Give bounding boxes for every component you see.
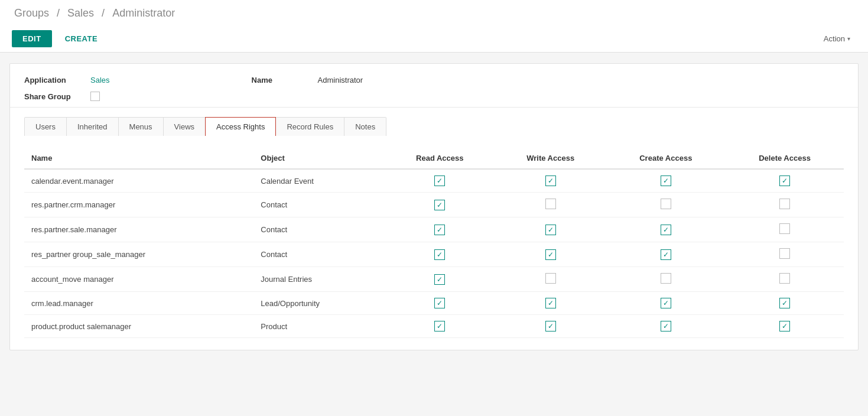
name-label: Name xyxy=(252,76,311,84)
row-object: Lead/Opportunity xyxy=(253,292,384,315)
check-checked-icon: ✓ xyxy=(434,298,445,308)
row-name: crm.lead.manager xyxy=(24,292,253,315)
check-checked-icon: ✓ xyxy=(545,321,556,332)
check-empty-icon xyxy=(779,199,790,209)
table-row: product.product salemanagerProduct✓✓✓✓ xyxy=(24,315,844,338)
check-checked-icon: ✓ xyxy=(779,321,790,332)
table-row: res_partner group_sale_managerContact✓✓✓ xyxy=(24,242,844,267)
access-cell[interactable]: ✓ xyxy=(606,315,726,338)
tab-record-rules[interactable]: Record Rules xyxy=(275,117,344,136)
row-name: res_partner group_sale_manager xyxy=(24,242,253,267)
row-object: Contact xyxy=(253,217,384,242)
access-cell[interactable]: ✓ xyxy=(385,217,495,242)
edit-button[interactable]: EDIT xyxy=(12,30,52,47)
access-rights-table: Name Object Read Access Write Access Cre… xyxy=(24,148,844,338)
col-write-access: Write Access xyxy=(495,148,606,169)
access-cell[interactable]: ✓ xyxy=(606,292,726,315)
tab-users[interactable]: Users xyxy=(24,117,67,136)
access-cell[interactable]: ✓ xyxy=(726,292,844,315)
row-object: Contact xyxy=(253,242,384,267)
access-cell[interactable] xyxy=(495,267,606,292)
access-cell[interactable]: ✓ xyxy=(385,267,495,292)
tab-views[interactable]: Views xyxy=(163,117,206,136)
access-cell[interactable]: ✓ xyxy=(726,169,844,193)
col-object: Object xyxy=(253,148,384,169)
check-checked-icon: ✓ xyxy=(545,249,556,260)
share-group-label: Share Group xyxy=(24,92,83,101)
breadcrumb-sales[interactable]: Sales xyxy=(67,7,94,19)
check-checked-icon: ✓ xyxy=(545,298,556,308)
access-cell[interactable]: ✓ xyxy=(606,242,726,267)
check-checked-icon: ✓ xyxy=(661,249,671,260)
table-row: res.partner.crm.managerContact✓ xyxy=(24,193,844,217)
access-cell[interactable] xyxy=(606,267,726,292)
col-read-access: Read Access xyxy=(385,148,495,169)
check-empty-icon xyxy=(779,273,790,284)
table-row: calendar.event.managerCalendar Event✓✓✓✓ xyxy=(24,169,844,193)
access-cell[interactable]: ✓ xyxy=(385,193,495,217)
row-object: Product xyxy=(253,315,384,338)
check-checked-icon: ✓ xyxy=(779,176,790,186)
row-name: product.product salemanager xyxy=(24,315,253,338)
access-cell[interactable]: ✓ xyxy=(385,292,495,315)
access-cell[interactable]: ✓ xyxy=(495,315,606,338)
row-name: calendar.event.manager xyxy=(24,169,253,193)
row-name: res.partner.crm.manager xyxy=(24,193,253,217)
check-checked-icon: ✓ xyxy=(661,225,671,235)
breadcrumb-sep-1: / xyxy=(57,7,63,19)
access-cell[interactable] xyxy=(726,193,844,217)
application-value: Sales xyxy=(90,76,110,84)
breadcrumb-administrator[interactable]: Administrator xyxy=(112,7,175,19)
access-cell[interactable]: ✓ xyxy=(495,169,606,193)
check-empty-icon xyxy=(779,223,790,234)
table-row: account_move managerJournal Entries✓ xyxy=(24,267,844,292)
tabs-bar: Users Inherited Menus Views Access Right… xyxy=(10,108,858,136)
share-group-checkbox[interactable] xyxy=(90,92,100,101)
access-cell[interactable] xyxy=(495,193,606,217)
col-name: Name xyxy=(24,148,253,169)
tab-notes[interactable]: Notes xyxy=(344,117,386,136)
row-name: account_move manager xyxy=(24,267,253,292)
col-create-access: Create Access xyxy=(606,148,726,169)
check-checked-icon: ✓ xyxy=(434,225,445,235)
access-cell[interactable] xyxy=(606,193,726,217)
check-empty-icon xyxy=(661,199,671,209)
action-button[interactable]: Action ▾ xyxy=(818,31,856,47)
check-empty-icon xyxy=(545,273,556,284)
access-cell[interactable]: ✓ xyxy=(495,242,606,267)
tab-inherited[interactable]: Inherited xyxy=(66,117,119,136)
check-checked-icon: ✓ xyxy=(434,321,445,332)
action-label: Action xyxy=(824,34,845,43)
access-cell[interactable] xyxy=(726,267,844,292)
access-cell[interactable]: ✓ xyxy=(606,217,726,242)
check-empty-icon xyxy=(779,248,790,259)
check-checked-icon: ✓ xyxy=(545,176,556,186)
access-cell[interactable]: ✓ xyxy=(726,315,844,338)
check-checked-icon: ✓ xyxy=(545,225,556,235)
check-empty-icon xyxy=(545,199,556,209)
row-object: Journal Entries xyxy=(253,267,384,292)
access-cell[interactable] xyxy=(726,217,844,242)
access-cell[interactable]: ✓ xyxy=(385,169,495,193)
action-chevron-icon: ▾ xyxy=(847,35,850,42)
tab-access-rights[interactable]: Access Rights xyxy=(205,117,276,136)
access-cell[interactable]: ✓ xyxy=(385,242,495,267)
col-delete-access: Delete Access xyxy=(726,148,844,169)
access-cell[interactable]: ✓ xyxy=(495,217,606,242)
check-checked-icon: ✓ xyxy=(434,200,445,210)
check-checked-icon: ✓ xyxy=(661,321,671,332)
check-empty-icon xyxy=(661,273,671,284)
application-label: Application xyxy=(24,76,83,84)
tab-menus[interactable]: Menus xyxy=(118,117,164,136)
access-cell[interactable] xyxy=(726,242,844,267)
create-button[interactable]: CREATE xyxy=(57,30,106,47)
check-checked-icon: ✓ xyxy=(434,249,445,260)
breadcrumb-groups[interactable]: Groups xyxy=(14,7,49,19)
access-cell[interactable]: ✓ xyxy=(385,315,495,338)
check-checked-icon: ✓ xyxy=(661,298,671,308)
row-name: res.partner.sale.manager xyxy=(24,217,253,242)
check-checked-icon: ✓ xyxy=(779,298,790,308)
row-object: Contact xyxy=(253,193,384,217)
access-cell[interactable]: ✓ xyxy=(495,292,606,315)
access-cell[interactable]: ✓ xyxy=(606,169,726,193)
